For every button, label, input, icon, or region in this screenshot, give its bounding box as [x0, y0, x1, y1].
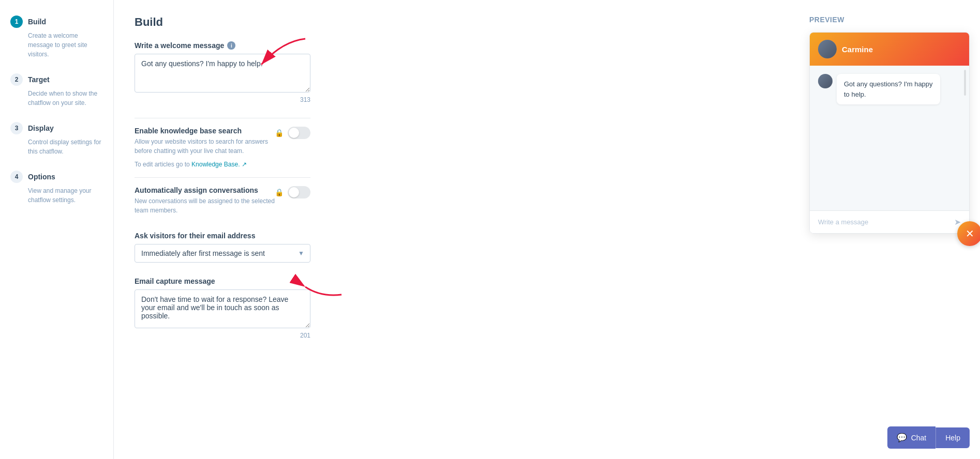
welcome-message-section: Write a welcome message i 313 [135, 41, 773, 103]
knowledge-base-desc: Allow your website visitors to search fo… [135, 137, 275, 169]
chat-body: Got any questions? I'm happy to help. [810, 66, 969, 210]
step-title-display: Display [28, 124, 54, 132]
auto-assign-desc: New conversations will be assigned to th… [135, 196, 275, 215]
chat-label: Chat [911, 434, 927, 442]
step-desc-build: Create a welcome message to greet site v… [10, 31, 103, 59]
toggle-knob-assign [289, 187, 299, 197]
ask-email-label: Ask visitors for their email address [135, 232, 773, 240]
message-bubble: Got any questions? I'm happy to help. [837, 74, 940, 104]
step-desc-display: Control display settings for this chatfl… [10, 137, 103, 156]
email-timing-wrapper: Immediately after first message is sent … [135, 244, 310, 263]
step-number-4: 4 [10, 171, 23, 183]
welcome-message-textarea[interactable] [135, 54, 310, 93]
knowledge-base-link-prefix: To edit articles go to Knowledge Base. ↗ [135, 160, 275, 169]
knowledge-base-title: Enable knowledge base search [135, 127, 275, 135]
avatar-image [818, 40, 837, 58]
preview-panel: Preview Carmine Got any q [794, 0, 980, 459]
chat-bubble-icon: 💬 [897, 433, 907, 442]
chat-widget: Carmine Got any questions? I'm happy to … [809, 32, 970, 234]
chat-help-button-container: 💬 Chat Help [887, 426, 970, 449]
ask-email-section: Ask visitors for their email address Imm… [135, 232, 773, 263]
step-title-options: Options [28, 173, 55, 181]
step-number-3: 3 [10, 122, 23, 134]
sidebar-step-display[interactable]: 3 Display Control display settings for t… [10, 122, 103, 156]
step-desc-options: View and manage your chatflow settings. [10, 186, 103, 205]
step-number-2: 2 [10, 73, 23, 86]
main-content: Build Write a welcome message i 313 Enab… [114, 0, 794, 459]
auto-assign-toggle[interactable] [288, 186, 310, 198]
sidebar-step-target[interactable]: 2 Target Decide when to show the chatflo… [10, 73, 103, 108]
avatar [818, 40, 837, 58]
welcome-message-char-count: 313 [135, 96, 310, 103]
knowledge-base-toggle[interactable] [288, 127, 310, 139]
email-timing-select-row: Immediately after first message is sent … [135, 244, 773, 263]
email-timing-select[interactable]: Immediately after first message is sent … [135, 244, 310, 263]
preview-container: Carmine Got any questions? I'm happy to … [809, 32, 970, 234]
auto-assign-text: Automatically assign conversations New c… [135, 186, 275, 215]
knowledge-base-link[interactable]: Knowledge Base. [191, 161, 240, 168]
toggle-knob [289, 128, 299, 138]
lock-icon: 🔒 [275, 129, 284, 137]
message-avatar [818, 74, 833, 88]
auto-assign-controls: 🔒 [275, 186, 310, 198]
sidebar: 1 Build Create a welcome message to gree… [0, 0, 114, 459]
auto-assign-title: Automatically assign conversations [135, 186, 275, 194]
sidebar-step-build[interactable]: 1 Build Create a welcome message to gree… [10, 16, 103, 59]
external-link-icon: ↗ [242, 161, 247, 168]
lock-icon-assign: 🔒 [275, 188, 284, 196]
auto-assign-section: Automatically assign conversations New c… [135, 177, 310, 223]
sidebar-step-options[interactable]: 4 Options View and manage your chatflow … [10, 171, 103, 205]
scrollbar-track[interactable] [964, 70, 966, 96]
chat-close-button[interactable]: ✕ [957, 221, 980, 246]
step-title-build: Build [28, 18, 46, 26]
email-capture-section: Email capture message 201 [135, 277, 773, 339]
step-desc-target: Decide when to show the chatflow on your… [10, 89, 103, 108]
help-label: Help [945, 434, 960, 442]
knowledge-base-controls: 🔒 [275, 127, 310, 139]
knowledge-base-text: Enable knowledge base search Allow your … [135, 127, 275, 169]
welcome-message-label: Write a welcome message i [135, 41, 773, 50]
chat-input-placeholder[interactable]: Write a message [818, 218, 868, 226]
chat-message-row: Got any questions? I'm happy to help. [818, 74, 961, 104]
page-title: Build [135, 16, 773, 29]
knowledge-base-section: Enable knowledge base search Allow your … [135, 118, 310, 177]
step-title-target: Target [28, 75, 50, 84]
email-capture-textarea[interactable] [135, 289, 310, 328]
preview-title: Preview [809, 16, 964, 24]
email-capture-label: Email capture message [135, 277, 773, 285]
agent-name: Carmine [842, 45, 873, 54]
info-icon[interactable]: i [227, 41, 235, 50]
chat-button[interactable]: 💬 Chat [887, 426, 936, 449]
help-button[interactable]: Help [936, 427, 970, 448]
email-capture-char-count: 201 [135, 332, 310, 339]
chat-header: Carmine [810, 33, 969, 66]
step-number-1: 1 [10, 16, 23, 28]
chat-input-row: Write a message ➤ [810, 210, 969, 233]
